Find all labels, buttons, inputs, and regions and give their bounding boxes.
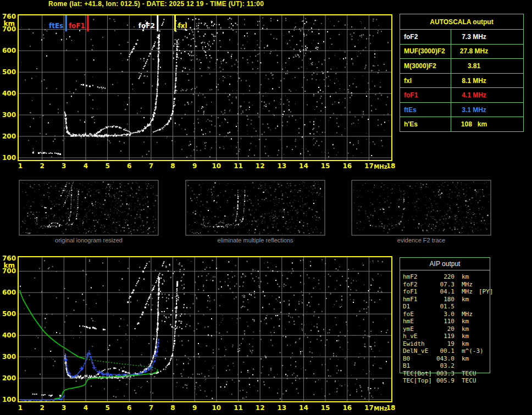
aip-extra: [PY]: [479, 288, 494, 295]
y-tick: 100: [2, 154, 16, 162]
aip-unit: km: [462, 325, 469, 333]
x-tick: 9: [192, 404, 197, 412]
ionogram-bottom-chart: 123456789101112131415161718MHz7607006005…: [2, 254, 395, 412]
y-axis-unit: km: [4, 262, 15, 269]
aip-val: 01.5: [435, 303, 455, 310]
aip-val: 3.0: [435, 311, 455, 318]
y-tick: 760: [2, 254, 16, 262]
aip-row-hve: h_vE119km: [403, 333, 499, 340]
x-tick: 13: [277, 404, 286, 412]
aip-unit: km: [462, 296, 469, 303]
autoscala-row-value: 3.81: [451, 59, 523, 73]
x-tick: 5: [105, 162, 109, 170]
marker-line-fof2: [157, 15, 158, 31]
x-tick: 14: [299, 162, 308, 170]
aip-name: hmF1: [403, 296, 435, 303]
autoscala-row-fxl: fxl8.1 MHz: [400, 74, 523, 88]
aip-val: 180: [435, 296, 455, 303]
aip-unit: km: [462, 273, 469, 280]
aip-name: Ewidth: [403, 340, 435, 347]
aip-val: 19: [435, 340, 455, 347]
marker-line-ftes: [65, 15, 67, 31]
x-axis-unit: MHz: [374, 164, 387, 170]
x-tick: 4: [84, 404, 88, 412]
x-tick: 14: [299, 404, 308, 412]
marker-label-fof2: foF2: [138, 22, 155, 30]
aip-row-ewidth: Ewidth19km: [403, 340, 499, 348]
aip-val: 00.1: [435, 347, 455, 355]
x-tick: 18: [386, 404, 396, 412]
x-tick: 16: [342, 162, 352, 170]
aip-row-d1: D101.5: [403, 303, 499, 311]
aip-row-hme: hmE110km: [403, 318, 499, 325]
aip-val: 003.3: [435, 370, 455, 377]
y-tick: 500: [2, 68, 16, 76]
aip-name: B1: [403, 362, 435, 369]
aip-unit: TECU: [462, 377, 476, 384]
aip-unit: km: [462, 333, 469, 340]
x-tick: 15: [321, 404, 330, 412]
marker-label-ftes: ftEs: [49, 22, 63, 30]
y-axis-unit: km: [4, 20, 15, 27]
aip-name: hmE: [403, 318, 435, 325]
aip-name: DelN_vE: [403, 347, 435, 355]
aip-unit: MHz: [462, 288, 473, 295]
x-tick: 11: [234, 404, 243, 412]
autoscala-row-value: 3.1 MHz: [451, 103, 523, 117]
x-tick: 10: [212, 162, 221, 170]
aip-row-fof1: foF104.1MHz[PY]: [403, 288, 499, 296]
y-tick: 400: [2, 90, 16, 97]
aip-name: hmF2: [403, 273, 435, 280]
aip-name: h_vE: [403, 333, 435, 340]
x-tick: 12: [256, 404, 265, 412]
autoscala-table-rows: foF27.3 MHzMUF(3000)F227.8 MHzM(3000)F23…: [400, 30, 523, 131]
aip-row-tecbot: TEC[Bot]003.3TECU: [403, 370, 499, 378]
y-tick: 600: [2, 289, 16, 296]
x-tick: 5: [105, 404, 109, 412]
aip-name: foE: [403, 311, 435, 318]
autoscala-row-value: 108 km: [451, 117, 523, 131]
aip-unit: MHz: [462, 281, 473, 288]
aip-val: 03.2: [435, 362, 455, 369]
autoscala-output-table: AUTOSCALA output foF27.3 MHzMUF(3000)F22…: [400, 14, 524, 132]
aip-val: 07.3: [435, 281, 455, 288]
x-tick: 12: [256, 162, 265, 170]
x-tick: 2: [40, 162, 44, 170]
x-tick: 11: [234, 162, 243, 170]
x-tick: 6: [127, 162, 131, 170]
x-tick: 7: [149, 404, 153, 412]
x-tick: 15: [321, 162, 330, 170]
aip-unit: km: [462, 355, 469, 362]
x-tick: 8: [170, 404, 175, 412]
aip-row-b0: B0043.0km: [403, 355, 499, 363]
ionogram-top-chart: ftEsfoF1foF2fxl1234567891011121314151617…: [2, 13, 395, 170]
autoscala-row-label: foF1: [400, 88, 451, 102]
autoscala-row-fof2: foF27.3 MHz: [400, 30, 523, 45]
x-tick: 2: [40, 404, 44, 412]
aip-unit: MHz: [462, 311, 473, 318]
aip-name: B0: [403, 355, 435, 362]
x-tick: 9: [192, 162, 197, 170]
autoscala-row-label: fxl: [400, 74, 451, 88]
mini-clean-panel: [186, 180, 325, 235]
panel-caption-clean: eliminate multiple reflections: [186, 237, 325, 244]
autoscala-row-label: ftEs: [400, 103, 451, 117]
autoscala-row-fof1: foF14.1 MHz: [400, 88, 523, 103]
autoscala-row-value: 27.8 MHz: [451, 45, 523, 59]
x-tick: 1: [18, 162, 23, 170]
aip-unit: m^(-3): [462, 347, 484, 355]
aip-row-yme: ymE20km: [403, 325, 499, 333]
aip-unit: km: [462, 340, 469, 347]
aip-val: 110: [435, 318, 455, 325]
aip-panel-title: AIP output: [400, 258, 490, 270]
y-tick: 200: [2, 132, 16, 140]
x-tick: 8: [170, 162, 175, 170]
autoscala-table-title: AUTOSCALA output: [400, 14, 523, 30]
autoscala-app-window: Rome (lat: +41.8, lon: 012.5) - DATE: 20…: [0, 0, 532, 415]
aip-row-fof2: foF207.3MHz: [403, 281, 499, 289]
x-tick: 17: [364, 162, 374, 170]
y-tick: 500: [2, 310, 16, 318]
y-tick: 200: [2, 374, 16, 382]
aip-unit: TECU: [462, 370, 476, 377]
aip-name: foF2: [403, 281, 435, 288]
